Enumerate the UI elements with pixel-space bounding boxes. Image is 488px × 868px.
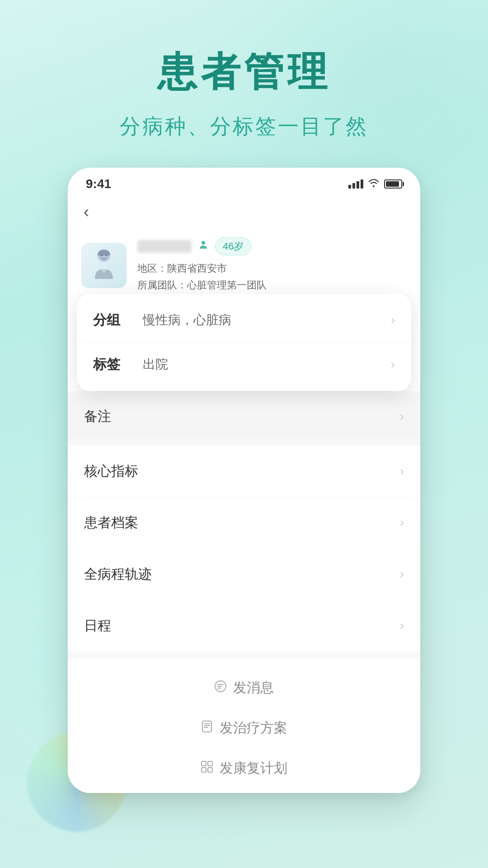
message-icon [214,680,227,696]
patient-name-blur [137,240,192,253]
list-item-core[interactable]: 核心指标 › [68,446,420,497]
patient-name-row: 46岁 [137,237,407,255]
send-rehab-label: 发康复计划 [220,759,287,778]
main-menu-section: 核心指标 › 患者档案 › 全病程轨迹 › 日程 › [68,446,420,651]
svg-point-1 [101,255,103,256]
file-label: 患者档案 [84,514,138,532]
patient-avatar [81,243,127,288]
svg-rect-7 [208,761,212,766]
tag-row[interactable]: 标签 出院 › [77,343,411,387]
plan-icon [201,720,213,736]
send-plan-label: 发治疗方案 [220,719,287,737]
group-label: 分组 [93,311,134,330]
list-item-notes[interactable]: 备注 › [68,395,420,439]
signal-icon [348,179,363,189]
patient-region: 地区：陕西省西安市 [137,260,407,277]
wifi-icon [368,178,380,190]
rehab-icon [201,760,213,776]
svg-point-2 [105,255,107,256]
status-bar: 9:41 [68,168,420,196]
group-row[interactable]: 分组 慢性病，心脏病 › [77,298,411,343]
header-section: 患者管理 分病种、分标签一目了然 [0,0,488,168]
svg-rect-6 [202,761,206,766]
back-button[interactable]: ‹ [81,200,91,224]
schedule-label: 日程 [84,617,111,635]
main-title: 患者管理 [0,45,488,99]
tag-label: 标签 [93,355,134,374]
svg-rect-5 [202,721,211,732]
svg-point-3 [202,241,205,245]
list-item-track[interactable]: 全病程轨迹 › [68,549,420,600]
sub-title: 分病种、分标签一目了然 [0,113,488,141]
track-chevron-icon: › [400,567,404,581]
list-item-file[interactable]: 患者档案 › [68,497,420,549]
send-plan-btn[interactable]: 发治疗方案 [68,708,420,748]
tag-chevron-icon: › [391,357,395,372]
schedule-chevron-icon: › [400,618,404,633]
battery-icon [384,179,402,189]
core-chevron-icon: › [400,464,404,478]
track-label: 全病程轨迹 [84,565,152,584]
group-chevron-icon: › [391,313,395,327]
send-rehab-btn[interactable]: 发康复计划 [68,748,420,788]
age-badge: 46岁 [215,237,251,255]
person-icon [198,240,209,253]
notes-section: 备注 › [68,395,420,439]
nav-bar: ‹ [68,196,420,228]
core-label: 核心指标 [84,462,138,481]
svg-rect-8 [202,768,206,772]
status-time: 9:41 [86,177,111,191]
tag-value: 出院 [143,356,391,373]
group-value: 慢性病，心脏病 [143,311,391,329]
send-message-label: 发消息 [233,679,274,697]
overlay-card: 分组 慢性病，心脏病 › 标签 出院 › [77,294,411,391]
svg-rect-9 [208,768,212,772]
list-item-schedule[interactable]: 日程 › [68,600,420,651]
file-chevron-icon: › [400,515,404,530]
phone-mockup: 9:41 ‹ [68,168,420,793]
patient-info: 46岁 地区：陕西省西安市 所属团队：心脏管理第一团队 [137,237,407,294]
bottom-actions: 发消息 发治疗方案 [68,659,420,793]
notes-chevron-icon: › [400,409,404,424]
menu-section: 备注 › 核心指标 › 患者档案 › 全病程轨迹 › 日程 › [68,391,420,793]
status-icons [348,178,402,190]
send-message-btn[interactable]: 发消息 [68,668,420,708]
list-item-notes-label: 备注 [84,407,111,426]
patient-team: 所属团队：心脏管理第一团队 [137,277,407,293]
